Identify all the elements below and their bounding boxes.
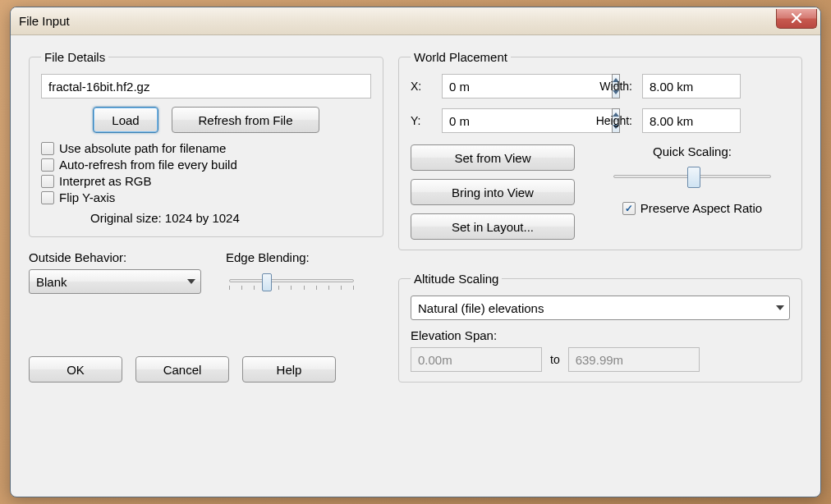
quick-scaling-slider[interactable]	[610, 165, 774, 190]
abs-path-checkbox[interactable]	[41, 142, 54, 155]
altitude-scaling-group: Altitude Scaling Natural (file) elevatio…	[398, 272, 802, 383]
outside-behavior-label: Outside Behavior:	[29, 250, 201, 264]
altitude-section: Altitude Scaling Natural (file) elevatio…	[398, 272, 802, 383]
filename-row	[41, 74, 371, 99]
preserve-aspect-row: Preserve Aspect Ratio	[622, 201, 762, 215]
right-column: World Placement X: Width: Y:	[398, 50, 802, 383]
bring-into-view-button[interactable]: Bring into View	[411, 179, 575, 205]
flipy-checkbox[interactable]	[41, 191, 54, 204]
close-button[interactable]	[776, 9, 817, 29]
titlebar[interactable]: File Input	[11, 7, 820, 35]
dialog-buttons-row: OK Cancel Help	[29, 337, 383, 383]
y-spinner[interactable]	[442, 108, 565, 133]
rgb-label: Interpret as RGB	[59, 174, 152, 188]
altitude-mode-value: Natural (file) elevations	[418, 301, 544, 315]
wp-actions-right: Quick Scaling: Preserve Aspect Ratio	[595, 144, 790, 240]
elevation-span-label: Elevation Span:	[411, 328, 790, 342]
load-button[interactable]: Load	[93, 107, 158, 133]
altitude-scaling-legend: Altitude Scaling	[411, 272, 502, 286]
quick-scaling-thumb[interactable]	[687, 167, 700, 188]
left-column: File Details Load Refresh from File Use …	[29, 50, 383, 383]
dialog-window: File Input File Details Load Refresh fro…	[10, 7, 821, 497]
filename-field[interactable]	[41, 74, 371, 99]
set-from-view-button[interactable]: Set from View	[411, 144, 575, 171]
cancel-button[interactable]: Cancel	[135, 356, 229, 383]
ok-button[interactable]: OK	[29, 356, 122, 383]
set-in-layout-button[interactable]: Set in Layout...	[411, 213, 575, 240]
flipy-label: Flip Y-axis	[59, 190, 115, 204]
wp-actions-buttons: Set from View Bring into View Set in Lay…	[411, 144, 575, 240]
auto-refresh-checkbox[interactable]	[41, 158, 54, 172]
window-title: File Input	[19, 14, 776, 28]
file-details-legend: File Details	[41, 50, 108, 64]
outside-behavior-combo[interactable]: Blank	[29, 269, 201, 294]
world-placement-actions: Set from View Bring into View Set in Lay…	[411, 144, 790, 240]
preserve-aspect-label: Preserve Aspect Ratio	[640, 201, 762, 215]
quick-scaling-label: Quick Scaling:	[653, 144, 732, 158]
rgb-checkbox[interactable]	[41, 175, 54, 188]
width-input[interactable]	[642, 74, 741, 99]
original-size-text: Original size: 1024 by 1024	[90, 211, 371, 225]
dialog-content: File Details Load Refresh from File Use …	[11, 35, 820, 392]
outside-behavior-col: Outside Behavior: Blank	[29, 250, 201, 294]
edge-blending-col: Edge Blending:	[226, 250, 357, 294]
chevron-down-icon	[187, 279, 195, 284]
outside-row: Outside Behavior: Blank Edge Blending:	[29, 250, 383, 294]
refresh-button[interactable]: Refresh from File	[172, 107, 319, 133]
auto-refresh-label: Auto-refresh from file every build	[59, 158, 237, 172]
world-placement-grid: X: Width: Y:	[411, 74, 790, 133]
x-label: X:	[411, 80, 432, 93]
elevation-min-input	[411, 347, 542, 372]
chevron-down-icon	[776, 305, 784, 310]
width-label: Width:	[575, 80, 632, 93]
file-buttons-row: Load Refresh from File	[41, 107, 371, 133]
outside-behavior-value: Blank	[36, 275, 67, 289]
height-input[interactable]	[642, 108, 741, 133]
world-placement-group: World Placement X: Width: Y:	[398, 50, 802, 250]
elevation-to-label: to	[550, 353, 560, 366]
world-placement-legend: World Placement	[411, 50, 511, 64]
edge-blending-thumb[interactable]	[262, 273, 272, 291]
close-icon	[791, 13, 802, 23]
edge-blending-slider[interactable]	[226, 269, 357, 294]
x-spinner[interactable]	[442, 74, 565, 99]
abs-path-label: Use absolute path for filename	[59, 141, 226, 155]
abs-path-row: Use absolute path for filename	[41, 141, 371, 155]
height-label: Height:	[575, 114, 632, 127]
altitude-mode-combo[interactable]: Natural (file) elevations	[411, 296, 790, 320]
elevation-max-input	[568, 347, 700, 372]
y-label: Y:	[411, 114, 432, 127]
flipy-row: Flip Y-axis	[41, 190, 371, 204]
file-details-group: File Details Load Refresh from File Use …	[29, 50, 383, 237]
auto-refresh-row: Auto-refresh from file every build	[41, 158, 371, 172]
help-button[interactable]: Help	[242, 356, 336, 383]
elevation-span-row: to	[411, 347, 790, 372]
edge-blending-label: Edge Blending:	[226, 250, 357, 264]
preserve-aspect-checkbox[interactable]	[622, 202, 636, 215]
rgb-row: Interpret as RGB	[41, 174, 371, 188]
